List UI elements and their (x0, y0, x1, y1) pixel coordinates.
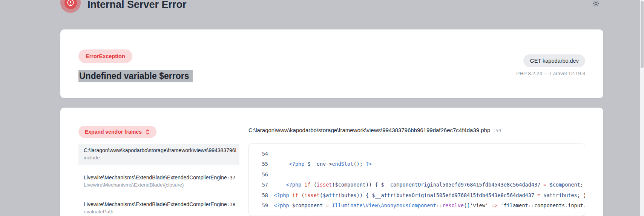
theme-toggle-button[interactable] (591, 0, 601, 10)
frame-line-number: :38 (227, 202, 236, 207)
code-viewer: 5455 <?php $__env->endSlot(); ?>5657 <?p… (248, 143, 585, 216)
request-info: GET kapodarbo.dev PHP 8.2.24 — Laravel 1… (516, 54, 585, 76)
frames-column: Expand vendor frames C:\laragon\www\kapo… (78, 126, 239, 214)
code-line-number: 55 (249, 159, 268, 169)
code-line-number: 57 (249, 180, 268, 190)
code-line-content: <?php if (isset($component)) { $__compon… (268, 180, 585, 190)
code-lines: 5455 <?php $__env->endSlot(); ?>5657 <?p… (249, 149, 585, 211)
exception-class-badge: ErrorException (78, 49, 132, 63)
sun-icon (592, 0, 600, 7)
frames-list: C:\laragon\www\kapodarbo\storage\framewo… (78, 144, 239, 214)
frame-method: Livewire\Mechanisms\ExtendBlade\{closure… (84, 182, 239, 188)
page-title: Internal Server Error (87, 0, 187, 11)
code-line-number: 56 (249, 170, 268, 180)
scrollbar-thumb[interactable] (641, 1, 644, 68)
code-line: 59<?php $component = Illuminate\View\Ano… (249, 201, 585, 211)
error-summary-card: ErrorException Undefined variable $error… (60, 29, 603, 98)
stack-frame[interactable]: Livewire\Mechanisms\ExtendBlade\Extended… (78, 174, 239, 188)
file-path-header: C:\laragon\www\kapodarbo\storage\framewo… (248, 126, 585, 133)
code-column: C:\laragon\www\kapodarbo\storage\framewo… (248, 126, 585, 216)
code-line: 57 <?php if (isset($component)) { $__com… (249, 180, 585, 190)
frame-location: Livewire\Mechanisms\ExtendBlade\Extended… (84, 201, 239, 207)
frame-line-number: :37 (227, 175, 236, 181)
code-line-content: <?php if (isset($attributes)) { $__attri… (268, 190, 585, 201)
code-line-content (268, 149, 274, 159)
stack-trace-card: Expand vendor frames C:\laragon\www\kapo… (60, 108, 603, 216)
frame-method: include (84, 155, 236, 160)
file-path: C:\laragon\www\kapodarbo\storage\framewo… (248, 127, 490, 133)
frame-location: Livewire\Mechanisms\ExtendBlade\Extended… (84, 174, 239, 181)
code-line-number: 59 (249, 201, 268, 211)
expand-vendor-frames-button[interactable]: Expand vendor frames (78, 126, 156, 138)
frame-location: C:\laragon\www\kapodarbo\storage\framewo… (84, 147, 236, 153)
code-line: 55 <?php $__env->endSlot(); ?> (249, 159, 585, 169)
code-line: 58<?php if (isset($attributes)) { $__att… (249, 190, 585, 201)
code-line: 54 (249, 149, 585, 159)
environment-versions: PHP 8.2.24 — Laravel 12.19.3 (516, 71, 585, 76)
alert-circle-icon (60, 0, 81, 13)
chevron-up-down-icon (145, 129, 150, 135)
frame-method: evaluatePath (84, 209, 239, 214)
file-line-number: :59 (493, 128, 501, 133)
code-line-content (268, 170, 274, 180)
error-summary-left: ErrorException Undefined variable $error… (78, 49, 193, 81)
code-line-content: <?php $__env->endSlot(); ?> (268, 159, 372, 169)
request-badge: GET kapodarbo.dev (523, 54, 585, 67)
error-message: Undefined variable $errors (78, 71, 193, 81)
code-line-number: 58 (249, 190, 268, 201)
code-line-number: 54 (249, 149, 268, 159)
code-line: 56 (249, 170, 585, 180)
page-header: Internal Server Error (60, 0, 603, 12)
error-page: Internal Server Error ErrorException Und… (60, 0, 603, 216)
stack-frame[interactable]: Livewire\Mechanisms\ExtendBlade\Extended… (78, 201, 239, 214)
scrollbar[interactable] (640, 0, 644, 216)
code-line-content: <?php $component = Illuminate\View\Anony… (268, 201, 585, 211)
stack-frame[interactable]: C:\laragon\www\kapodarbo\storage\framewo… (78, 144, 239, 165)
